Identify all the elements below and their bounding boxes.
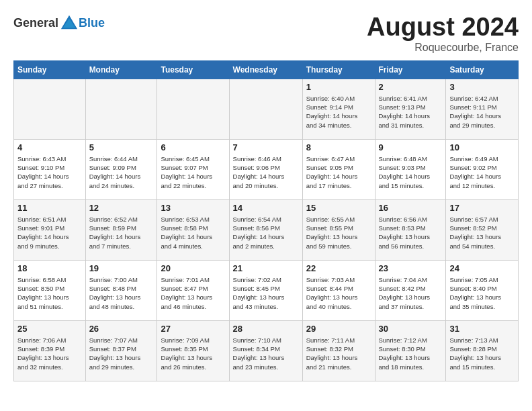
day-detail: Sunrise: 7:12 AM Sunset: 8:30 PM Dayligh… xyxy=(379,336,443,371)
day-detail: Sunrise: 7:04 AM Sunset: 8:42 PM Dayligh… xyxy=(379,275,443,311)
day-detail: Sunrise: 6:57 AM Sunset: 8:52 PM Dayligh… xyxy=(449,215,515,250)
day-detail: Sunrise: 6:42 AM Sunset: 9:11 PM Dayligh… xyxy=(449,94,515,130)
calendar-cell: 23Sunrise: 7:04 AM Sunset: 8:42 PM Dayli… xyxy=(375,260,446,320)
day-detail: Sunrise: 6:55 AM Sunset: 8:55 PM Dayligh… xyxy=(306,215,371,250)
day-number: 23 xyxy=(379,263,443,273)
day-number: 31 xyxy=(449,324,515,334)
day-number: 17 xyxy=(449,203,515,213)
day-number: 21 xyxy=(233,263,299,273)
day-number: 24 xyxy=(449,263,515,273)
day-detail: Sunrise: 6:51 AM Sunset: 9:01 PM Dayligh… xyxy=(17,215,82,250)
calendar-cell: 12Sunrise: 6:52 AM Sunset: 8:59 PM Dayli… xyxy=(85,199,157,260)
day-number: 12 xyxy=(89,203,154,213)
day-number: 13 xyxy=(161,203,225,213)
weekday-header: Tuesday xyxy=(157,60,229,79)
calendar-row: 11Sunrise: 6:51 AM Sunset: 9:01 PM Dayli… xyxy=(14,199,519,260)
calendar-row: 1Sunrise: 6:40 AM Sunset: 9:14 PM Daylig… xyxy=(14,79,519,139)
calendar-cell: 3Sunrise: 6:42 AM Sunset: 9:11 PM Daylig… xyxy=(446,79,519,139)
calendar-cell: 15Sunrise: 6:55 AM Sunset: 8:55 PM Dayli… xyxy=(302,199,375,260)
calendar-cell: 24Sunrise: 7:05 AM Sunset: 8:40 PM Dayli… xyxy=(446,260,519,320)
calendar-cell: 16Sunrise: 6:56 AM Sunset: 8:53 PM Dayli… xyxy=(375,199,446,260)
calendar-cell: 8Sunrise: 6:47 AM Sunset: 9:05 PM Daylig… xyxy=(302,139,375,199)
calendar-cell: 19Sunrise: 7:00 AM Sunset: 8:48 PM Dayli… xyxy=(85,260,157,320)
calendar-cell: 11Sunrise: 6:51 AM Sunset: 9:01 PM Dayli… xyxy=(14,199,86,260)
calendar-cell xyxy=(14,79,86,139)
day-detail: Sunrise: 7:06 AM Sunset: 8:39 PM Dayligh… xyxy=(17,336,82,371)
calendar-cell: 25Sunrise: 7:06 AM Sunset: 8:39 PM Dayli… xyxy=(14,320,86,381)
calendar-cell: 9Sunrise: 6:48 AM Sunset: 9:03 PM Daylig… xyxy=(375,139,446,199)
calendar-cell: 26Sunrise: 7:07 AM Sunset: 8:37 PM Dayli… xyxy=(85,320,157,381)
day-number: 22 xyxy=(306,263,371,273)
day-detail: Sunrise: 6:49 AM Sunset: 9:02 PM Dayligh… xyxy=(449,154,515,190)
day-detail: Sunrise: 7:00 AM Sunset: 8:48 PM Dayligh… xyxy=(89,275,154,311)
calendar-cell: 18Sunrise: 6:58 AM Sunset: 8:50 PM Dayli… xyxy=(14,260,86,320)
day-detail: Sunrise: 7:01 AM Sunset: 8:47 PM Dayligh… xyxy=(161,275,225,311)
weekday-header: Sunday xyxy=(14,60,86,79)
weekday-header: Saturday xyxy=(446,60,519,79)
logo-blue: Blue xyxy=(79,16,105,30)
day-detail: Sunrise: 6:40 AM Sunset: 9:14 PM Dayligh… xyxy=(306,94,371,130)
day-detail: Sunrise: 6:43 AM Sunset: 9:10 PM Dayligh… xyxy=(17,154,82,190)
day-number: 15 xyxy=(306,203,371,213)
title-block: August 2024 Roquecourbe, France xyxy=(367,13,519,54)
day-number: 27 xyxy=(161,324,225,334)
day-number: 20 xyxy=(161,263,225,273)
day-number: 29 xyxy=(306,324,371,334)
calendar-cell: 31Sunrise: 7:13 AM Sunset: 8:28 PM Dayli… xyxy=(446,320,519,381)
day-number: 5 xyxy=(89,142,154,152)
day-number: 4 xyxy=(17,142,82,152)
calendar-cell: 13Sunrise: 6:53 AM Sunset: 8:58 PM Dayli… xyxy=(157,199,229,260)
day-number: 3 xyxy=(449,82,515,92)
day-number: 10 xyxy=(449,142,515,152)
day-number: 7 xyxy=(233,142,299,152)
day-number: 16 xyxy=(379,203,443,213)
day-number: 30 xyxy=(379,324,443,334)
calendar-cell: 10Sunrise: 6:49 AM Sunset: 9:02 PM Dayli… xyxy=(446,139,519,199)
calendar-cell: 22Sunrise: 7:03 AM Sunset: 8:44 PM Dayli… xyxy=(302,260,375,320)
calendar-table: SundayMondayTuesdayWednesdayThursdayFrid… xyxy=(13,60,519,381)
day-number: 2 xyxy=(379,82,443,92)
calendar-cell xyxy=(157,79,229,139)
calendar-row: 18Sunrise: 6:58 AM Sunset: 8:50 PM Dayli… xyxy=(14,260,519,320)
day-detail: Sunrise: 7:07 AM Sunset: 8:37 PM Dayligh… xyxy=(89,336,154,371)
day-number: 25 xyxy=(17,324,82,334)
day-number: 9 xyxy=(379,142,443,152)
calendar-cell xyxy=(85,79,157,139)
calendar-cell xyxy=(229,79,302,139)
calendar-row: 25Sunrise: 7:06 AM Sunset: 8:39 PM Dayli… xyxy=(14,320,519,381)
calendar-cell: 2Sunrise: 6:41 AM Sunset: 9:13 PM Daylig… xyxy=(375,79,446,139)
day-number: 26 xyxy=(89,324,154,334)
page-header: General Blue August 2024 Roquecourbe, Fr… xyxy=(13,13,519,54)
day-detail: Sunrise: 6:48 AM Sunset: 9:03 PM Dayligh… xyxy=(379,154,443,190)
calendar-cell: 1Sunrise: 6:40 AM Sunset: 9:14 PM Daylig… xyxy=(302,79,375,139)
day-number: 28 xyxy=(233,324,299,334)
calendar-cell: 28Sunrise: 7:10 AM Sunset: 8:34 PM Dayli… xyxy=(229,320,302,381)
day-detail: Sunrise: 7:10 AM Sunset: 8:34 PM Dayligh… xyxy=(233,336,299,371)
day-detail: Sunrise: 6:58 AM Sunset: 8:50 PM Dayligh… xyxy=(17,275,82,311)
calendar-cell: 20Sunrise: 7:01 AM Sunset: 8:47 PM Dayli… xyxy=(157,260,229,320)
day-number: 11 xyxy=(17,203,82,213)
calendar-cell: 30Sunrise: 7:12 AM Sunset: 8:30 PM Dayli… xyxy=(375,320,446,381)
calendar-cell: 21Sunrise: 7:02 AM Sunset: 8:45 PM Dayli… xyxy=(229,260,302,320)
weekday-header: Friday xyxy=(375,60,446,79)
calendar-cell: 6Sunrise: 6:45 AM Sunset: 9:07 PM Daylig… xyxy=(157,139,229,199)
day-detail: Sunrise: 7:05 AM Sunset: 8:40 PM Dayligh… xyxy=(449,275,515,311)
day-number: 6 xyxy=(161,142,225,152)
calendar-cell: 7Sunrise: 6:46 AM Sunset: 9:06 PM Daylig… xyxy=(229,139,302,199)
weekday-header: Monday xyxy=(85,60,157,79)
day-detail: Sunrise: 7:13 AM Sunset: 8:28 PM Dayligh… xyxy=(449,336,515,371)
day-detail: Sunrise: 6:45 AM Sunset: 9:07 PM Dayligh… xyxy=(161,154,225,190)
day-detail: Sunrise: 7:02 AM Sunset: 8:45 PM Dayligh… xyxy=(233,275,299,311)
month-title: August 2024 xyxy=(367,13,519,42)
day-number: 1 xyxy=(306,82,371,92)
day-number: 8 xyxy=(306,142,371,152)
day-number: 19 xyxy=(89,263,154,273)
calendar-cell: 14Sunrise: 6:54 AM Sunset: 8:56 PM Dayli… xyxy=(229,199,302,260)
day-detail: Sunrise: 6:54 AM Sunset: 8:56 PM Dayligh… xyxy=(233,215,299,250)
calendar-cell: 4Sunrise: 6:43 AM Sunset: 9:10 PM Daylig… xyxy=(14,139,86,199)
calendar-row: 4Sunrise: 6:43 AM Sunset: 9:10 PM Daylig… xyxy=(14,139,519,199)
day-detail: Sunrise: 6:53 AM Sunset: 8:58 PM Dayligh… xyxy=(161,215,225,250)
day-detail: Sunrise: 6:44 AM Sunset: 9:09 PM Dayligh… xyxy=(89,154,154,190)
weekday-header-row: SundayMondayTuesdayWednesdayThursdayFrid… xyxy=(14,60,519,79)
weekday-header: Wednesday xyxy=(229,60,302,79)
